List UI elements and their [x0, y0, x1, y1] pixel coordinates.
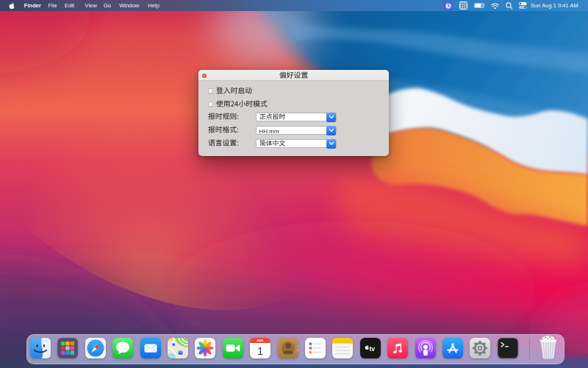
svg-text:1: 1 [257, 344, 263, 356]
svg-text:tv: tv [369, 345, 375, 353]
svg-text:AUG: AUG [257, 339, 264, 342]
